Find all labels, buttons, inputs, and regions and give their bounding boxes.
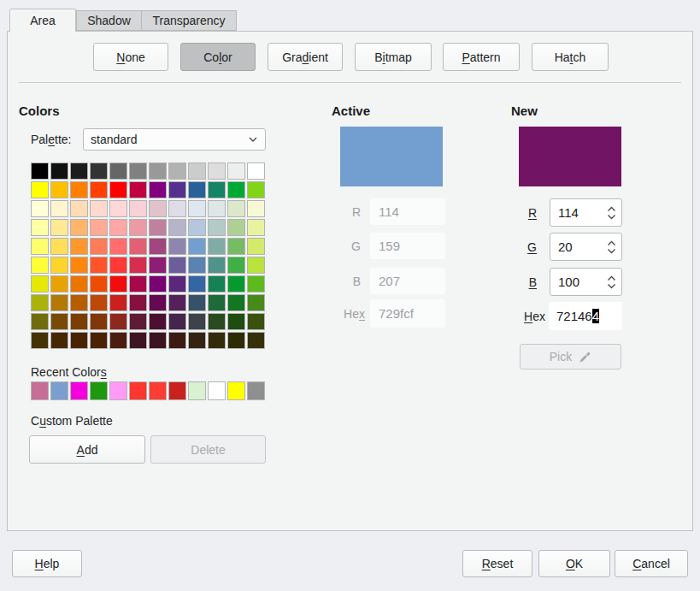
color-swatch[interactable] [31,294,49,311]
color-swatch[interactable] [90,381,108,400]
color-swatch[interactable] [129,381,147,400]
color-swatch[interactable] [247,332,265,349]
color-swatch[interactable] [31,200,49,217]
color-swatch[interactable] [227,275,245,293]
color-swatch[interactable] [188,163,206,180]
chevron-up-icon[interactable] [607,240,616,246]
color-swatch[interactable] [31,275,49,293]
color-swatch[interactable] [208,200,226,217]
color-swatch[interactable] [70,219,88,236]
color-swatch[interactable] [31,219,49,236]
color-swatch[interactable] [129,294,147,311]
chevron-down-icon[interactable] [607,214,616,220]
color-swatch[interactable] [247,257,265,274]
color-swatch[interactable] [247,381,265,400]
fill-hatch-button[interactable]: Hatch [532,43,609,71]
color-swatch[interactable] [31,381,49,400]
color-swatch[interactable] [109,200,127,217]
color-swatch[interactable] [168,381,186,400]
new-b-spinbox[interactable]: 100 [550,268,622,296]
color-swatch[interactable] [70,294,88,311]
color-swatch[interactable] [70,181,88,198]
fill-pattern-button[interactable]: Pattern [443,43,520,71]
color-swatch[interactable] [31,257,49,274]
color-swatch[interactable] [90,275,108,293]
help-button[interactable]: Help [12,550,82,577]
chevron-down-icon[interactable] [607,283,616,289]
color-swatch[interactable] [109,332,127,349]
color-swatch[interactable] [208,332,226,349]
new-r-spinbox[interactable]: 114 [550,198,622,227]
color-swatch[interactable] [109,294,127,311]
color-swatch[interactable] [90,181,108,198]
color-swatch[interactable] [149,163,167,180]
color-swatch[interactable] [168,238,186,255]
color-swatch[interactable] [90,332,108,349]
color-swatch[interactable] [50,275,68,293]
reset-button[interactable]: Reset [462,550,532,577]
color-swatch[interactable] [188,238,206,255]
color-swatch[interactable] [109,181,127,198]
color-swatch[interactable] [168,313,186,330]
color-swatch[interactable] [50,294,68,311]
color-swatch[interactable] [109,381,127,400]
color-swatch[interactable] [129,181,147,198]
color-swatch[interactable] [31,181,49,198]
color-swatch[interactable] [227,381,245,400]
color-swatch[interactable] [247,294,265,311]
color-swatch[interactable] [188,381,206,400]
color-swatch[interactable] [188,181,206,198]
chevron-up-icon[interactable] [607,275,616,281]
color-swatch[interactable] [109,238,127,255]
color-swatch[interactable] [188,294,206,311]
color-swatch[interactable] [31,313,49,330]
color-swatch[interactable] [168,181,186,198]
fill-gradient-button[interactable]: Gradient [268,43,343,71]
color-swatch[interactable] [227,200,245,217]
color-swatch[interactable] [227,238,245,255]
color-swatch[interactable] [90,200,108,217]
color-swatch[interactable] [208,313,226,330]
color-swatch[interactable] [168,294,186,311]
color-swatch[interactable] [50,313,68,330]
color-swatch[interactable] [50,200,68,217]
palette-color-grid[interactable] [31,163,265,349]
color-swatch[interactable] [227,332,245,349]
color-swatch[interactable] [70,313,88,330]
color-swatch[interactable] [208,294,226,311]
color-swatch[interactable] [188,275,206,293]
chevron-up-icon[interactable] [607,206,616,212]
color-swatch[interactable] [70,275,88,293]
color-swatch[interactable] [129,238,147,255]
tab-area[interactable]: Area [9,9,76,32]
color-swatch[interactable] [129,219,147,236]
color-swatch[interactable] [31,163,49,180]
color-swatch[interactable] [168,219,186,236]
color-swatch[interactable] [247,200,265,217]
color-swatch[interactable] [31,332,49,349]
color-swatch[interactable] [208,275,226,293]
color-swatch[interactable] [247,275,265,293]
color-swatch[interactable] [149,332,167,349]
color-swatch[interactable] [227,219,245,236]
color-swatch[interactable] [149,219,167,236]
add-button[interactable]: Add [29,435,145,464]
color-swatch[interactable] [70,163,88,180]
color-swatch[interactable] [90,163,108,180]
color-swatch[interactable] [70,381,88,400]
color-swatch[interactable] [50,219,68,236]
color-swatch[interactable] [109,257,127,274]
fill-none-button[interactable]: None [93,43,168,71]
color-swatch[interactable] [90,257,108,274]
color-swatch[interactable] [70,332,88,349]
color-swatch[interactable] [50,238,68,255]
color-swatch[interactable] [188,257,206,274]
color-swatch[interactable] [227,257,245,274]
color-swatch[interactable] [208,381,226,400]
color-swatch[interactable] [247,219,265,236]
color-swatch[interactable] [208,257,226,274]
color-swatch[interactable] [90,313,108,330]
color-swatch[interactable] [50,257,68,274]
new-g-spinbox[interactable]: 20 [550,233,622,261]
color-swatch[interactable] [90,294,108,311]
